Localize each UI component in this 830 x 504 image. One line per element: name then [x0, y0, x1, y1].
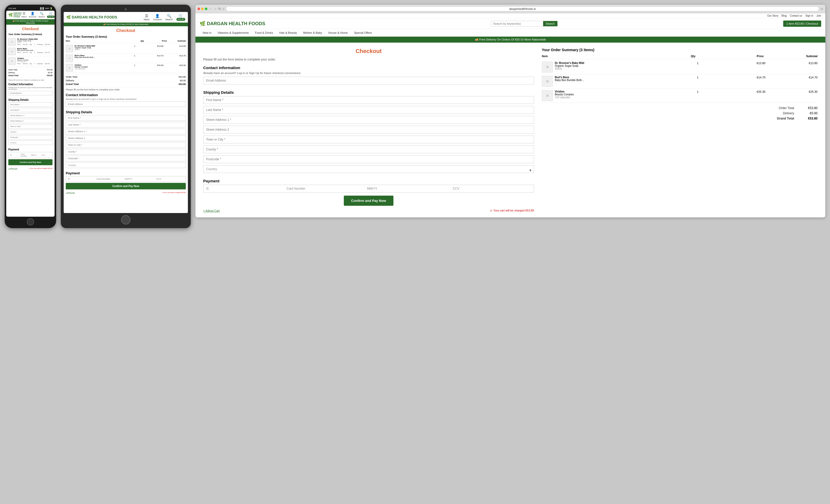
desktop-expiry-placeholder: MM/YY: [367, 187, 446, 191]
col-price-header: Price: [148, 40, 167, 42]
mobile-item-3: ✕ Viridion Beauty Complex 120 capsules P…: [8, 56, 53, 66]
mobile-free-delivery: 🚚 Free Delivery On Orders Of €50 Or More…: [6, 19, 55, 25]
desktop-street2-input[interactable]: [203, 126, 534, 134]
desktop-card-input[interactable]: ☰ Card Number MM/YY CCV: [203, 185, 534, 193]
nav-special-offers[interactable]: Special Offers: [351, 29, 375, 36]
nav-contact-us[interactable]: Contact us: [790, 14, 802, 17]
desktop-last-name-input[interactable]: [203, 106, 534, 114]
summary-item-img-3: ✕: [542, 90, 553, 101]
mobile-item-name-2: Baby Bee Bumble Both...: [17, 49, 53, 51]
desktop-search-bar[interactable]: Search: [491, 21, 558, 27]
summary-qty-1: 1: [682, 62, 713, 65]
tablet-street2-input[interactable]: [66, 135, 186, 141]
desktop-search-input[interactable]: [491, 21, 543, 26]
mobile-delivery-row: Delivery€0.00: [8, 71, 53, 74]
mobile-shipping-title: Shipping Details: [8, 98, 53, 101]
mobile-first-name-input[interactable]: [8, 102, 53, 107]
refresh-btn[interactable]: ↻: [218, 7, 221, 11]
mobile-country-select[interactable]: Country: [8, 140, 53, 145]
mobile-county-input[interactable]: [8, 130, 53, 134]
mobile-street2-input[interactable]: [8, 119, 53, 123]
tablet-nav-menu[interactable]: ☰Menu: [144, 14, 150, 21]
desktop-adjust-cart-link[interactable]: < Adjust Cart: [203, 209, 220, 212]
back-btn[interactable]: ←: [209, 7, 212, 11]
tablet-adjust-cart-link[interactable]: < Adjust Cart: [66, 192, 75, 193]
tablet-name-1: Organic Sugar Soap: [74, 47, 127, 48]
mobile-item-meta-2: Price€14.70 Qty1 Subtotal€14.70: [17, 52, 53, 53]
desktop-checkout-title: Checkout: [203, 48, 534, 55]
mobile-adjust-cart-link[interactable]: < Adjust Cart: [8, 168, 18, 169]
tablet-home-button[interactable]: [121, 215, 130, 225]
tablet-nav-account[interactable]: 👤Account: [153, 14, 162, 21]
desktop-email-input[interactable]: [203, 77, 534, 85]
tablet-nav-search[interactable]: 🔍Search: [165, 14, 173, 21]
mobile-card-input[interactable]: ☰ Card Number MM/YY CCV: [8, 152, 53, 158]
phone-home-button[interactable]: [27, 218, 34, 226]
nav-new-in[interactable]: New in: [199, 29, 215, 36]
nav-sign-in[interactable]: Sign in: [805, 14, 813, 17]
tablet-street1-input[interactable]: [66, 129, 186, 134]
tablet-expiry-placeholder: MM/YY: [125, 178, 152, 180]
nav-vitamins[interactable]: Vitamins & Supplements: [215, 29, 252, 36]
desktop-confirm-btn[interactable]: Confirm and Pay Now: [344, 196, 393, 206]
desktop-main-content: Checkout Please fill out the form below …: [195, 43, 825, 217]
phone-screen: 🌿 DARGAN HEALTH FOODS ☰Menu 👤Account 🔍Se…: [6, 11, 55, 217]
mobile-last-name-input[interactable]: [8, 108, 53, 112]
nav-blog[interactable]: Blog: [781, 14, 787, 17]
nav-cart[interactable]: 🛒€53.80: [47, 12, 55, 18]
tablet-country-select[interactable]: Country: [66, 162, 186, 168]
desktop-city-input[interactable]: [203, 136, 534, 143]
tablet-email-input[interactable]: [66, 101, 186, 107]
desktop-postcode-input[interactable]: [203, 155, 534, 163]
tablet-brand-3: Viridion: [74, 64, 127, 66]
tablet-last-name-input[interactable]: [66, 122, 186, 128]
summary-col-item: Item: [542, 55, 676, 58]
desktop-street1-input[interactable]: [203, 116, 534, 124]
desktop-search-button[interactable]: Search: [543, 21, 557, 26]
tablet-card-input[interactable]: ☰ Card Number MM/YY CCV: [66, 176, 186, 182]
tablet-county-input[interactable]: [66, 149, 186, 155]
tablet-confirm-btn[interactable]: Confirm and Pay Now: [66, 183, 186, 190]
desktop-county-input[interactable]: [203, 145, 534, 153]
tablet-postcode-input[interactable]: [66, 156, 186, 161]
mobile-city-input[interactable]: [8, 124, 53, 129]
summary-name-3: Beauty Complex: [555, 93, 680, 96]
tablet-shipping-title: Shipping Details: [66, 110, 186, 114]
nav-search[interactable]: 🔍Search: [38, 12, 45, 18]
tablet-qty-1: 1: [128, 45, 141, 47]
nav-mother-baby[interactable]: Mother & Baby: [300, 29, 325, 36]
nav-hair-beauty[interactable]: Hair & Beauty: [276, 29, 300, 36]
tablet-screen: 🌿 DARGAN HEALTH FOODS ☰Menu 👤Account 🔍Se…: [64, 12, 188, 213]
mobile-contact-title: Contact Information: [8, 83, 53, 86]
nav-our-story[interactable]: Our Story: [767, 14, 778, 17]
tablet-nav-cart[interactable]: 🛒 €53.80: [177, 13, 185, 21]
summary-item-name-1: Dr. Bronner's Baby Mild Organic Sugar So…: [555, 62, 680, 70]
maximize-dot[interactable]: [205, 7, 208, 10]
nav-menu[interactable]: ☰Menu: [22, 12, 27, 18]
summary-brand-2: Burt's Bees: [555, 76, 680, 79]
tablet-first-name-input[interactable]: [66, 115, 186, 121]
nav-house-home[interactable]: House & Home: [325, 29, 351, 36]
mobile-postcode-input[interactable]: [8, 135, 53, 139]
minimize-dot[interactable]: [201, 7, 204, 10]
summary-brand-1: Dr. Bronner's Baby Mild: [555, 62, 680, 64]
nav-food-drinks[interactable]: Food & Drinks: [252, 29, 276, 36]
tablet-city-input[interactable]: [66, 142, 186, 148]
tablet-item-details-2: Burt's Bees Baby Bee Bumble Both...: [74, 55, 127, 58]
mobile-item-brand-1: Dr. Bronner's Baby Mild: [17, 38, 53, 40]
home-btn[interactable]: ⌂: [222, 7, 224, 11]
tablet-checkout-title: Checkout: [66, 28, 186, 33]
mobile-street1-input[interactable]: [8, 113, 53, 118]
mobile-confirm-btn[interactable]: Confirm and Pay Now: [8, 159, 53, 165]
browser-url-bar[interactable]: darganhealthfoods.ie: [226, 6, 819, 11]
desktop-country-select[interactable]: Country Ireland United Kingdom United St…: [203, 165, 534, 173]
tablet-name-2: Baby Bee Bumble Both...: [74, 56, 127, 58]
forward-btn[interactable]: →: [214, 7, 217, 11]
nav-join[interactable]: Join: [817, 14, 821, 17]
desktop-first-name-input[interactable]: [203, 96, 534, 104]
mobile-email-input[interactable]: [8, 91, 53, 95]
card-icon-tablet: ☰: [68, 178, 95, 180]
desktop-cart-button[interactable]: 1 item €53.80 | Checkout: [783, 21, 821, 27]
nav-account[interactable]: 👤Account: [29, 12, 36, 18]
close-dot[interactable]: [197, 7, 200, 10]
